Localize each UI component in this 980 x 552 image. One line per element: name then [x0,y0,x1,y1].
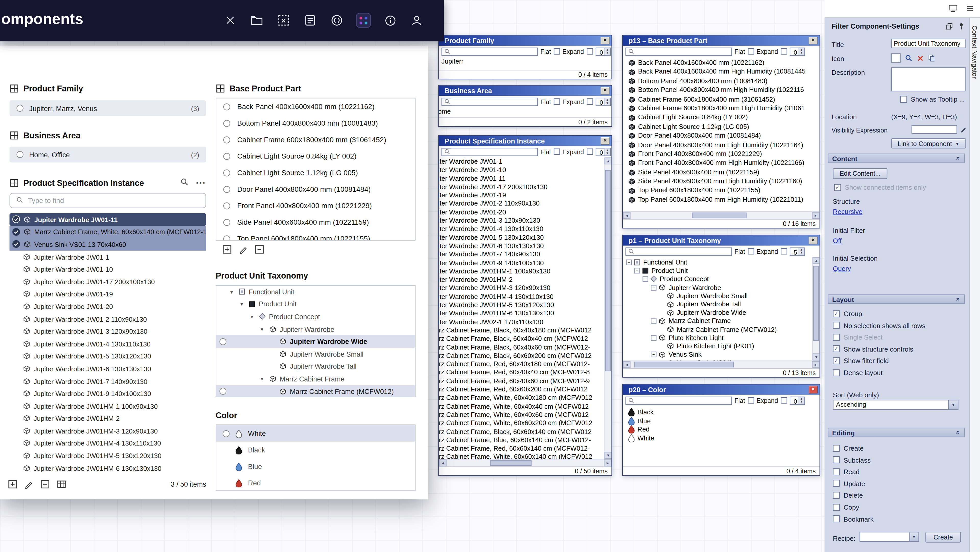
horizontal-scrollbar[interactable]: ◂ ▸ [623,361,819,368]
expander-icon[interactable]: − [651,352,656,357]
list-item[interactable]: Jupiter Wardrobe JW01HM-4 130x110x130 [439,292,611,301]
list-item[interactable]: Jupiter Wardrobe JW01HM-3 120x90x130 [439,284,611,292]
list-item[interactable]: Jupiter Wardrobe JW01-4 130x110x130 [10,338,206,350]
list-item[interactable]: Jupiter Wardrobe JW01-4 130x110x130 [439,225,611,233]
list-item[interactable]: Marrz Cabinet Frame, Red, 60x40x60 cm (M… [439,377,611,385]
sort-dropdown[interactable]: Ascending ▼ [833,400,958,410]
restore-window-icon[interactable] [945,22,954,31]
list-item[interactable]: Marrz Cabinet Frame, White, 60x60x140 cm… [439,453,611,459]
expand-checkbox[interactable] [781,48,787,55]
horizontal-scrollbar[interactable]: ◂ ▸ [439,459,611,466]
expand-checkbox[interactable] [781,248,787,255]
scroll-down-icon[interactable]: ▾ [605,452,611,459]
expander-icon[interactable]: − [651,318,656,324]
tree-node[interactable]: Marrz Cabinet Frame (MCFW012) [216,385,415,397]
checkbox-subclass[interactable] [833,456,840,463]
list-item[interactable]: Jupiter Wardrobe JW01HM-5 130x120x130 [439,301,611,309]
icon-paste-icon[interactable] [927,53,936,63]
description-input[interactable] [891,67,966,91]
list-item[interactable]: Marrz Cabinet Frame, Black, 60x60x140 cm… [439,428,611,436]
radio[interactable] [223,103,230,110]
form-icon[interactable] [302,12,318,29]
collapse-icon[interactable]: « [955,297,962,301]
list-item[interactable]: Black [623,408,819,417]
list-item[interactable]: Cabinet Frame 600x1800x400 mm High Humid… [623,104,819,113]
filter-text-input[interactable] [452,48,535,55]
scroll-right-icon[interactable]: ▸ [812,361,819,368]
icon-find-icon[interactable] [904,53,913,63]
tree-node[interactable]: −Product Unit [623,266,819,275]
select-region-icon[interactable] [275,12,292,29]
list-item[interactable]: Cabinet Light Source 0.84kg (LY 002) [216,148,415,164]
list-item[interactable]: Marrz Cabinet Frame, Red, 60x60x140 cm (… [439,444,611,453]
list-item[interactable]: Blue [623,417,819,425]
tree-node[interactable]: Venus Sink (VS01) [623,359,819,361]
filter-field[interactable] [625,247,732,255]
scrollbar-thumb[interactable] [490,460,531,466]
checkbox-read[interactable] [833,468,840,475]
scroll-up-icon[interactable]: ▴ [813,257,819,264]
list-item[interactable]: Cabinet Light Source 1.12kg (LG 005) [216,164,415,181]
search-icon[interactable] [180,178,188,188]
list-item[interactable]: Marrz Cabinet Frame, Blue, 60x60x140 cm … [439,436,611,444]
expand-depth-spinner[interactable]: 0▴▾ [789,47,805,56]
list-item[interactable]: Jupiter Wardrobe JW01HM-6 130x130x130 [439,309,611,317]
list-item[interactable]: Jupiter Wardrobe JW01HM-2 [10,412,206,424]
filter-field[interactable] [442,148,538,156]
list-item[interactable]: Back Panel 400x1600x400 mm High Humidity… [623,67,819,77]
checkbox-group[interactable]: ✓ [833,310,840,317]
list-item[interactable]: Jupiter Wardrobe JW01-5 130x120x130 [439,233,611,242]
filter-text-input[interactable] [635,48,729,55]
scroll-left-icon[interactable]: ◂ [623,212,631,219]
vertical-scrollbar[interactable]: ▴ ▾ [812,257,819,361]
filter-field[interactable] [625,396,732,404]
tree-node[interactable]: Jupiterr Wardrobe Small [623,292,819,300]
checkbox-dense-layout[interactable] [833,369,840,376]
filter-text-input[interactable] [452,98,535,105]
checkbox-bookmark[interactable] [833,515,840,522]
list-item[interactable]: Jupiter Wardrobe JW01HM-4 130x110x130 [10,437,206,450]
list-item[interactable]: Jupiter Wardrobe JW01-19 [10,288,206,300]
list-item[interactable]: Jupiter Wardrobe JW01-3 120x90x130 [439,217,611,225]
close-icon[interactable]: × [601,87,610,94]
flat-checkbox[interactable] [554,98,560,105]
radio[interactable] [223,169,230,176]
list-item[interactable]: Red [216,475,415,491]
flat-checkbox[interactable] [748,48,754,55]
initial-selection-link[interactable]: Query [833,265,851,272]
filter-text-input[interactable] [635,397,729,404]
scroll-up-icon[interactable]: ▴ [605,157,611,164]
list-item[interactable]: Marrz Cabinet Frame, White, 60x40x180 cm… [439,394,611,402]
tree-node[interactable]: ▾Functional Unit [216,286,415,298]
spinner-arrows[interactable]: ▴▾ [798,397,804,404]
list-item[interactable]: Jupiter Wardrobe JW01HM-1 100x90x130 [10,400,206,412]
expander-icon[interactable]: − [651,285,656,290]
content-section-header[interactable]: Content « [828,153,965,163]
list-item[interactable]: Jupiter Wardrobe JW01-1 [439,157,611,166]
spinner-arrows[interactable]: ▴▾ [605,98,610,105]
list-item[interactable]: Jupiter Wardrobe JW02-1 170x110x130 [439,317,611,326]
expander-icon[interactable]: − [651,335,656,341]
expander-icon[interactable]: ▾ [240,301,248,307]
list-item[interactable]: Marrz Cabinet Frame, Black, 60x40x40 cm … [439,335,611,343]
scrollbar-thumb[interactable] [692,213,746,218]
list-item[interactable]: Venus Sink VS01-13 70x40x60 [10,238,206,250]
spinner-arrows[interactable]: ▴▾ [798,248,804,255]
show-connected-items-checkbox[interactable]: ✓ [834,184,841,191]
expand-checkbox[interactable] [587,148,593,155]
scroll-left-icon[interactable]: ◂ [623,361,631,368]
layout-section-header[interactable]: Layout « [828,294,965,304]
scrollbar-thumb[interactable] [813,266,819,341]
checkbox-delete[interactable] [833,492,840,499]
scroll-right-icon[interactable]: ▸ [812,212,819,219]
expander-icon[interactable]: ▾ [261,376,269,382]
tree-node[interactable]: Jupiterr Wardrobe Tall [623,300,819,308]
radio[interactable] [17,105,24,112]
psi-search-field[interactable] [10,193,206,208]
tree-node[interactable]: ▾Product Unit [216,298,415,311]
list-item[interactable]: Cabinet Light Source 0.84kg (LY 002) [623,113,819,122]
list-item[interactable]: Marrz Cabinet Frame, Red, 60x40x40 cm (M… [439,369,611,377]
list-item[interactable]: Bottom Panel 400x800x400 mm (10081483) [623,77,819,86]
expander-icon[interactable]: ▾ [261,326,269,332]
list-item[interactable]: Marrz Cabinet Frame, Red, 60x40x180 cm (… [439,360,611,369]
